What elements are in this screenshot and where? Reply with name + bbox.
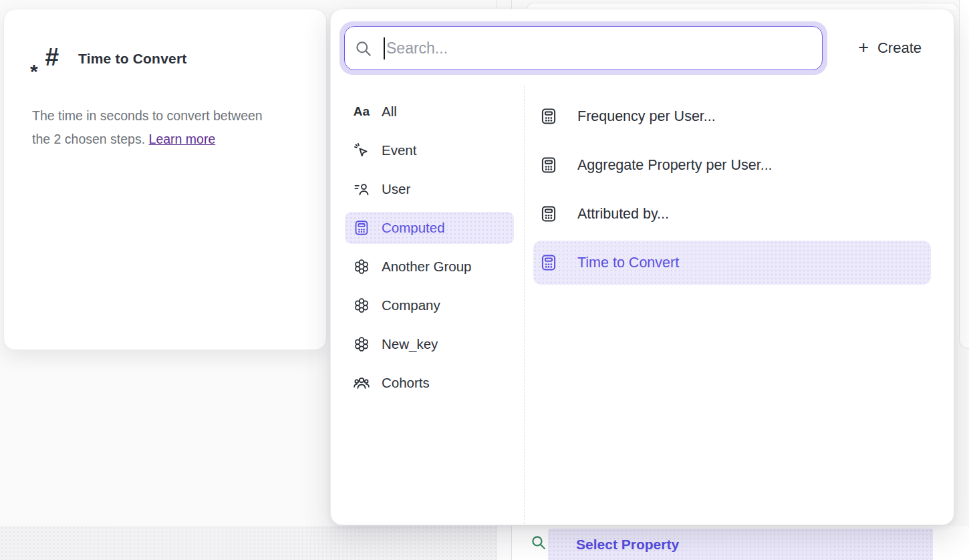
select-property-button[interactable]: Select Property bbox=[548, 529, 933, 560]
background-divider-line bbox=[511, 0, 512, 9]
background-funnel-row: Select Property bbox=[0, 526, 969, 560]
select-property-search-icon bbox=[530, 534, 547, 551]
category-item-label: Cohorts bbox=[382, 375, 430, 391]
property-selector-dropdown: + Create AaAllEventUserComputedAnother G… bbox=[330, 9, 954, 525]
category-item-event[interactable]: Event bbox=[345, 134, 514, 166]
calculator-icon bbox=[353, 219, 370, 237]
calculator-icon bbox=[539, 107, 558, 126]
search-focus-ring bbox=[339, 21, 827, 75]
category-item-label: Another Group bbox=[382, 259, 471, 275]
background-card-edge bbox=[959, 0, 969, 349]
cohorts-icon bbox=[353, 374, 370, 392]
property-tooltip-card: # * Time to Convert The time in seconds … bbox=[3, 9, 327, 350]
search-icon bbox=[354, 39, 372, 57]
plus-icon: + bbox=[858, 39, 869, 57]
background-strip bbox=[0, 526, 497, 560]
result-item-time-to-convert[interactable]: Time to Convert bbox=[533, 241, 931, 285]
select-property-label: Select Property bbox=[576, 537, 679, 553]
learn-more-link[interactable]: Learn more bbox=[149, 132, 216, 146]
hash-glyph: # bbox=[45, 43, 59, 72]
group-cluster-icon bbox=[353, 258, 370, 275]
user-list-icon bbox=[353, 180, 370, 198]
result-list: Frequency per User...Aggregate Property … bbox=[533, 94, 931, 289]
tooltip-title: Time to Convert bbox=[78, 51, 186, 67]
background-strip-column bbox=[497, 526, 512, 560]
group-cluster-icon bbox=[353, 297, 370, 314]
category-item-label: Company bbox=[382, 297, 440, 313]
search-field[interactable] bbox=[344, 26, 823, 70]
cursor-click-icon bbox=[353, 142, 370, 159]
asterisk-glyph: * bbox=[30, 60, 38, 83]
calculator-icon bbox=[539, 156, 558, 174]
numeric-property-icon: # * bbox=[32, 43, 59, 75]
create-button[interactable]: + Create bbox=[858, 39, 922, 57]
category-item-new-key[interactable]: New_key bbox=[345, 328, 514, 360]
create-button-label: Create bbox=[877, 39, 922, 57]
tooltip-description-text: The time in seconds to convert between t… bbox=[32, 108, 263, 146]
category-item-label: Computed bbox=[382, 220, 445, 236]
result-item-label: Aggregate Property per User... bbox=[577, 157, 773, 174]
category-item-all[interactable]: AaAll bbox=[345, 96, 514, 128]
tooltip-header: # * Time to Convert bbox=[32, 43, 186, 75]
column-divider bbox=[524, 86, 525, 524]
tooltip-description: The time in seconds to convert between t… bbox=[32, 104, 274, 151]
category-item-label: Event bbox=[382, 142, 416, 158]
category-item-label: New_key bbox=[382, 336, 438, 352]
group-cluster-icon bbox=[353, 335, 370, 353]
text-aa-icon: Aa bbox=[353, 103, 370, 120]
category-item-user[interactable]: User bbox=[345, 173, 514, 205]
category-item-another-group[interactable]: Another Group bbox=[345, 251, 514, 283]
calculator-icon bbox=[539, 253, 558, 272]
category-item-cohorts[interactable]: Cohorts bbox=[345, 367, 514, 399]
category-item-computed[interactable]: Computed bbox=[345, 212, 514, 244]
result-item-label: Time to Convert bbox=[577, 255, 679, 271]
result-item-attributed-by[interactable]: Attributed by... bbox=[533, 192, 931, 236]
category-item-company[interactable]: Company bbox=[345, 289, 514, 321]
result-item-frequency-per-user[interactable]: Frequency per User... bbox=[533, 94, 931, 138]
background-divider-line bbox=[497, 0, 497, 9]
category-item-label: User bbox=[382, 181, 410, 197]
result-item-aggregate-property-per-user[interactable]: Aggregate Property per User... bbox=[533, 143, 931, 187]
category-item-label: All bbox=[382, 104, 397, 120]
result-item-label: Frequency per User... bbox=[577, 108, 716, 125]
calculator-icon bbox=[539, 204, 558, 223]
category-list: AaAllEventUserComputedAnother GroupCompa… bbox=[345, 96, 514, 406]
result-item-label: Attributed by... bbox=[577, 206, 669, 223]
background-strip-right: Select Property bbox=[512, 526, 969, 560]
search-input[interactable] bbox=[385, 39, 813, 57]
